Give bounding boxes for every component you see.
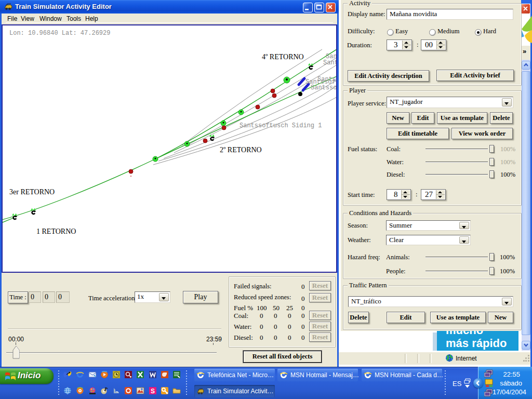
svg-text:2º RETORNO: 2º RETORNO <box>220 146 262 154</box>
svg-text:Santsso: Santsso <box>311 84 336 91</box>
svg-text:S: S <box>151 388 155 395</box>
svg-text:Santssoftusch Siding 1: Santssoftusch Siding 1 <box>240 122 322 129</box>
svg-text:4º RETORNO: 4º RETORNO <box>262 53 304 61</box>
svg-text:Lon: 10.96840 Lat: 47.26929: Lon: 10.96840 Lat: 47.26929 <box>9 30 110 37</box>
svg-text:Sant: Sant <box>323 59 336 66</box>
svg-text:1 RETORNO: 1 RETORNO <box>36 228 76 235</box>
svg-text:3er RETORNO: 3er RETORNO <box>9 188 55 196</box>
